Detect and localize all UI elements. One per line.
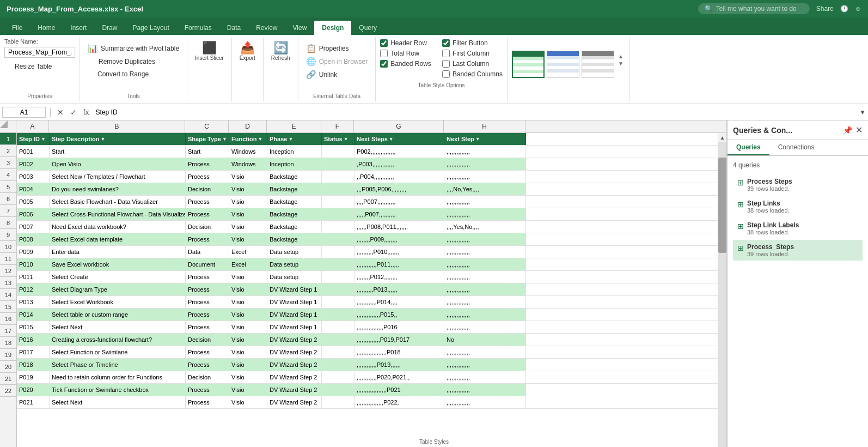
right-panel-pin-icon[interactable]: 📌 (843, 126, 852, 135)
cell-D7[interactable]: Visio (229, 208, 267, 220)
row-header-5[interactable]: 5 (0, 181, 16, 193)
smiley-button[interactable]: ☺ (855, 5, 861, 13)
row-header-2[interactable]: 2 (0, 145, 16, 157)
history-button[interactable]: 🕐 (840, 5, 848, 13)
row-header-15[interactable]: 15 (0, 301, 16, 313)
scroll-thumb[interactable] (718, 158, 726, 253)
cell-H9[interactable]: ,,,,,,,,,,,,,, (444, 233, 526, 245)
cell-D12[interactable]: Visio (229, 271, 267, 283)
cell-H17[interactable]: No (444, 334, 526, 346)
cell-A11[interactable]: P010 (17, 258, 50, 270)
cell-E7[interactable]: Backstage (267, 208, 322, 220)
cell-A10[interactable]: P009 (17, 246, 50, 258)
cell-E8[interactable]: Backstage (267, 221, 322, 233)
cell-G1[interactable]: Next Steps ▼ (354, 133, 444, 145)
cell-D14[interactable]: Visio (229, 296, 267, 308)
row-header-13[interactable]: 13 (0, 277, 16, 289)
query-item-step-links[interactable]: ⊞ Step Links 38 rows loaded. (733, 196, 863, 217)
cell-B3[interactable]: Open Visio (50, 158, 186, 170)
cell-H3[interactable]: ,,,,,,,,,,,,,, (444, 158, 526, 170)
cell-D4[interactable]: Visio (229, 171, 267, 183)
row-header-17[interactable]: 17 (0, 325, 16, 337)
cell-H7[interactable]: ,,,,,,,,,,,,,, (444, 208, 526, 220)
cell-B21[interactable]: Tick Function or Swimlane checkbox (50, 384, 186, 396)
cell-G6[interactable]: ,,,,P007,,,,,,,,,,, (354, 196, 444, 208)
cell-B6[interactable]: Select Basic Flowchart - Data Visualizer (50, 196, 186, 208)
cell-B14[interactable]: Select Excel Workbook (50, 296, 186, 308)
cell-F9[interactable] (322, 233, 354, 245)
cell-G10[interactable]: ,,,,,,,,,,P010,,,,,,, (354, 246, 444, 258)
cell-D21[interactable]: Visio (229, 384, 267, 396)
cell-C18[interactable]: Process (186, 346, 229, 358)
cell-A20[interactable]: P019 (17, 371, 50, 383)
tab-data[interactable]: Data (219, 21, 248, 35)
first-column-checkbox[interactable] (442, 50, 450, 57)
tab-query[interactable]: Query (351, 21, 384, 35)
cell-A15[interactable]: P014 (17, 309, 50, 321)
cell-C16[interactable]: Process (186, 321, 229, 333)
cell-H15[interactable]: ,,,,,,,,,,,,,, (444, 309, 526, 321)
tab-home[interactable]: Home (30, 21, 63, 35)
cell-D11[interactable]: Excel (229, 258, 267, 270)
cell-B22[interactable]: Select Next (50, 396, 186, 408)
cell-F14[interactable] (322, 296, 354, 308)
cell-G4[interactable]: ,,P004,,,,,,,,,,,, (354, 171, 444, 183)
row-header-4[interactable]: 4 (0, 169, 16, 181)
cell-F21[interactable] (322, 384, 354, 396)
col-header-D[interactable]: D (229, 120, 267, 132)
cell-F22[interactable] (322, 396, 354, 408)
cell-B15[interactable]: Select table or custom range (50, 309, 186, 321)
cell-F1[interactable]: Status ▼ (322, 133, 354, 145)
tab-review[interactable]: Review (248, 21, 285, 35)
cell-B8[interactable]: Need Excel data workbook? (50, 221, 186, 233)
summarize-pivottable-button[interactable]: 📊 Summarize with PivotTable (84, 43, 182, 55)
row-header-8[interactable]: 8 (0, 217, 16, 229)
convert-to-range-button[interactable]: ⊞ Convert to Range (84, 68, 182, 80)
cell-B7[interactable]: Select Cross-Functional Flowchart - Data… (50, 208, 186, 220)
col-header-G[interactable]: G (354, 120, 444, 132)
cell-B5[interactable]: Do you need swimlanes? (50, 183, 186, 195)
cell-E11[interactable]: Data setup (267, 258, 322, 270)
row-header-3[interactable]: 3 (0, 157, 16, 169)
cell-H2[interactable]: ,,,,,,,,,,,,,, (444, 146, 526, 158)
cell-H20[interactable]: ,,,,,,,,,,,,,, (444, 371, 526, 383)
tab-page-layout[interactable]: Page Layout (125, 21, 176, 35)
unlink-button[interactable]: 🔗 Unlink (303, 69, 371, 81)
export-button[interactable]: 📤 Export (236, 40, 259, 63)
cell-H13[interactable]: ,,,,,,,,,,,,,, (444, 283, 526, 295)
col-header-H[interactable]: H (444, 120, 525, 132)
cell-G2[interactable]: P002,,,,,,,,,,,,,,, (354, 146, 444, 158)
scroll-up-arrow[interactable]: ▲ (718, 133, 726, 142)
cell-D2[interactable]: Windows (229, 146, 267, 158)
cell-H10[interactable]: ,,,,,,,,,,,,,, (444, 246, 526, 258)
cell-G20[interactable]: ,,,,,,,,,,,,P020,P021,, (354, 371, 444, 383)
row-header-14[interactable]: 14 (0, 289, 16, 301)
cell-C21[interactable]: Process (186, 384, 229, 396)
cell-C15[interactable]: Process (186, 309, 229, 321)
cell-C10[interactable]: Data (186, 246, 229, 258)
cell-B2[interactable]: Start (50, 146, 186, 158)
corner-cell[interactable] (0, 120, 16, 132)
cell-C14[interactable]: Process (186, 296, 229, 308)
cell-D16[interactable]: Visio (229, 321, 267, 333)
cell-B13[interactable]: Select Diagram Type (50, 283, 186, 295)
cell-G3[interactable]: ,P003,,,,,,,,,,,,, (354, 158, 444, 170)
cell-F7[interactable] (322, 208, 354, 220)
cell-C4[interactable]: Process (186, 171, 229, 183)
name-box[interactable] (2, 107, 46, 118)
remove-duplicates-button[interactable]: 🗑 Remove Duplicates (84, 56, 182, 67)
cell-D22[interactable]: Visio (229, 396, 267, 408)
cell-A18[interactable]: P017 (17, 346, 50, 358)
cell-F10[interactable] (322, 246, 354, 258)
cell-F18[interactable] (322, 346, 354, 358)
cell-C8[interactable]: Decision (186, 221, 229, 233)
filter-button-checkbox[interactable] (442, 39, 450, 47)
tab-formulas[interactable]: Formulas (177, 21, 219, 35)
vertical-scrollbar[interactable]: ▲ ▼ (718, 133, 726, 447)
cell-D5[interactable]: Visio (229, 183, 267, 195)
cell-G14[interactable]: ,,,,,,,,,,,,P014,,,, (354, 296, 444, 308)
cell-G11[interactable]: ,,,,,,,,,,,,P011,,,,, (354, 258, 444, 270)
cell-F15[interactable] (322, 309, 354, 321)
row-header-18[interactable]: 18 (0, 337, 16, 349)
cell-A17[interactable]: P016 (17, 334, 50, 346)
